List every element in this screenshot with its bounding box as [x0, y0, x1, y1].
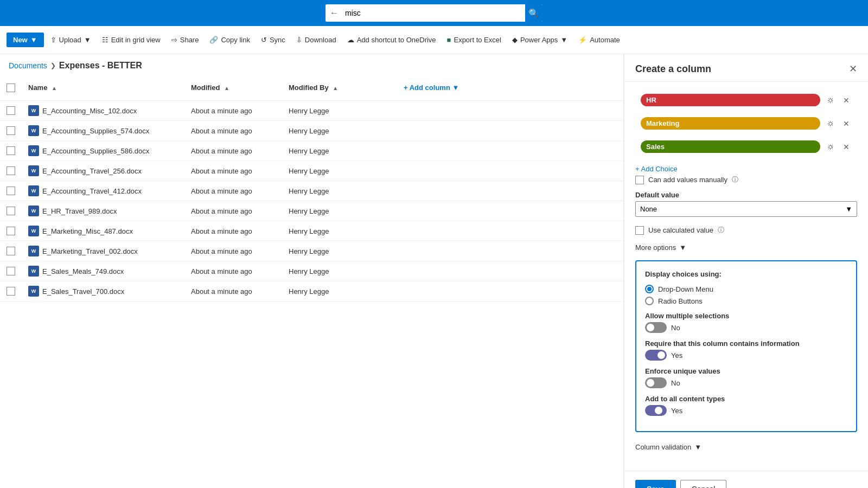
row-extra-cell — [391, 181, 623, 201]
col-header-name[interactable]: Name ▲ — [22, 75, 184, 101]
modifiedby-value: Henry Legge — [289, 147, 329, 155]
row-name-cell: W E_Marketing_Travel_002.docx — [22, 241, 184, 261]
row-checkbox[interactable] — [7, 207, 15, 215]
new-button[interactable]: New ▼ — [7, 33, 44, 47]
automate-button[interactable]: ⚡ Automate — [574, 33, 624, 47]
save-button[interactable]: Save — [635, 480, 676, 488]
table-row: W E_Marketing_Travel_002.docx About a mi… — [0, 241, 623, 261]
grid-icon: ☷ — [102, 36, 108, 44]
row-checkbox-cell — [0, 221, 22, 241]
shortcut-button[interactable]: ☁ Add shortcut to OneDrive — [343, 33, 441, 47]
row-modified-cell: About a minute ago — [184, 281, 282, 301]
add-content-types-toggle[interactable] — [645, 405, 667, 416]
add-choice-button[interactable]: + Add Choice — [635, 163, 678, 175]
modifiedby-value: Henry Legge — [289, 207, 329, 215]
choice-chip-marketing: Marketing ⛭ ✕ — [635, 114, 857, 133]
col-header-modifiedby[interactable]: Modified By ▲ — [282, 75, 391, 101]
upload-chevron: ▼ — [84, 36, 91, 44]
upload-label: Upload — [59, 36, 81, 44]
search-input[interactable] — [343, 9, 525, 17]
download-button[interactable]: ⇩ Download — [292, 33, 341, 47]
row-checkbox[interactable] — [7, 247, 15, 255]
enforce-unique-value: No — [671, 379, 680, 387]
row-name-cell: W E_Sales_Meals_749.docx — [22, 261, 184, 281]
row-modified-cell: About a minute ago — [184, 121, 282, 141]
row-checkbox[interactable] — [7, 187, 15, 195]
breadcrumb-parent[interactable]: Documents — [9, 61, 47, 70]
docx-icon: W — [28, 286, 39, 297]
copy-link-button[interactable]: 🔗 Copy link — [205, 33, 254, 47]
enforce-unique-toggle[interactable] — [645, 377, 667, 388]
chip-sales-edit-button[interactable]: ⛭ — [825, 142, 837, 152]
radio-radio-row[interactable]: Radio Buttons — [645, 297, 847, 305]
file-name[interactable]: E_Marketing_Travel_002.docx — [42, 247, 138, 255]
col-header-modified[interactable]: Modified ▲ — [184, 75, 282, 101]
require-info-row: Require that this column contains inform… — [645, 339, 847, 361]
row-modified-cell: About a minute ago — [184, 181, 282, 201]
modifiedby-value: Henry Legge — [289, 167, 329, 175]
row-checkbox[interactable] — [7, 146, 15, 155]
select-all-checkbox[interactable] — [7, 84, 15, 92]
row-extra-cell — [391, 281, 623, 301]
use-calculated-checkbox[interactable] — [635, 226, 644, 235]
cancel-button[interactable]: Cancel — [680, 480, 727, 488]
search-back-button[interactable]: ← — [326, 8, 343, 18]
row-name-cell: W E_Accounting_Travel_412.docx — [22, 181, 184, 201]
require-info-knob — [658, 351, 665, 359]
file-name[interactable]: E_Accounting_Travel_256.docx — [42, 167, 142, 175]
file-name[interactable]: E_Marketing_Misc_487.docx — [42, 227, 133, 235]
can-add-values-checkbox[interactable] — [635, 176, 644, 184]
chip-hr-remove-button[interactable]: ✕ — [841, 95, 852, 106]
can-add-values-info-icon[interactable]: ⓘ — [732, 175, 738, 184]
modified-value: About a minute ago — [191, 207, 252, 215]
row-extra-cell — [391, 101, 623, 121]
row-checkbox[interactable] — [7, 287, 15, 296]
row-checkbox[interactable] — [7, 126, 15, 135]
edit-grid-button[interactable]: ☷ Edit in grid view — [98, 33, 165, 47]
use-calculated-info-icon[interactable]: ⓘ — [718, 226, 724, 235]
file-name[interactable]: E_HR_Travel_989.docx — [42, 207, 117, 215]
row-checkbox-cell — [0, 281, 22, 301]
export-button[interactable]: ■ Export to Excel — [443, 33, 506, 47]
row-checkbox[interactable] — [7, 166, 15, 175]
add-column-button[interactable]: + Add column ▼ — [397, 79, 617, 96]
allow-multiple-toggle[interactable] — [645, 322, 667, 333]
row-checkbox[interactable] — [7, 267, 15, 275]
modified-value: About a minute ago — [191, 247, 252, 255]
require-info-value: Yes — [671, 351, 682, 359]
chip-marketing-remove-button[interactable]: ✕ — [841, 118, 852, 129]
column-validation-button[interactable]: Column validation ▼ — [635, 441, 701, 453]
upload-button[interactable]: ⇧ Upload ▼ — [46, 33, 95, 47]
file-name[interactable]: E_Sales_Travel_700.docx — [42, 287, 124, 296]
chip-marketing-edit-button[interactable]: ⛭ — [825, 118, 837, 129]
file-name[interactable]: E_Accounting_Travel_412.docx — [42, 187, 142, 195]
sync-button[interactable]: ↺ Sync — [257, 33, 290, 47]
power-apps-button[interactable]: ◆ Power Apps ▼ — [508, 33, 572, 47]
modified-value: About a minute ago — [191, 147, 252, 155]
chip-hr-edit-button[interactable]: ⛭ — [825, 95, 837, 106]
modifiedby-value: Henry Legge — [289, 187, 329, 195]
row-modifiedby-cell: Henry Legge — [282, 121, 391, 141]
row-checkbox[interactable] — [7, 106, 15, 115]
row-modifiedby-cell: Henry Legge — [282, 161, 391, 181]
more-options-button[interactable]: More options ▼ — [635, 241, 686, 254]
row-checkbox-cell — [0, 121, 22, 141]
link-icon: 🔗 — [209, 36, 218, 44]
require-info-toggle[interactable] — [645, 350, 667, 361]
file-name[interactable]: E_Accounting_Supplies_574.docx — [42, 127, 149, 135]
file-table: Name ▲ Modified ▲ Modified By ▲ + Add co… — [0, 75, 623, 301]
share-button[interactable]: ⇨ Share — [167, 33, 203, 47]
panel-body: HR ⛭ ✕ Marketing ⛭ ✕ Sales ⛭ ✕ + Add Cho… — [624, 82, 868, 471]
radio-dropdown-row[interactable]: Drop-Down Menu — [645, 285, 847, 293]
panel-close-button[interactable]: ✕ — [849, 63, 857, 75]
row-checkbox[interactable] — [7, 227, 15, 235]
file-name[interactable]: E_Accounting_Supplies_586.docx — [42, 147, 149, 155]
main-layout: Documents ❯ Expenses - BETTER Name ▲ Mod… — [0, 54, 868, 488]
search-button[interactable]: 🔍 — [525, 4, 542, 22]
file-name[interactable]: E_Sales_Meals_749.docx — [42, 267, 124, 275]
shortcut-icon: ☁ — [347, 36, 354, 44]
row-modifiedby-cell: Henry Legge — [282, 181, 391, 201]
file-name[interactable]: E_Accounting_Misc_102.docx — [42, 107, 137, 115]
default-value-select[interactable]: None ▼ — [635, 201, 857, 217]
chip-sales-remove-button[interactable]: ✕ — [841, 142, 852, 152]
